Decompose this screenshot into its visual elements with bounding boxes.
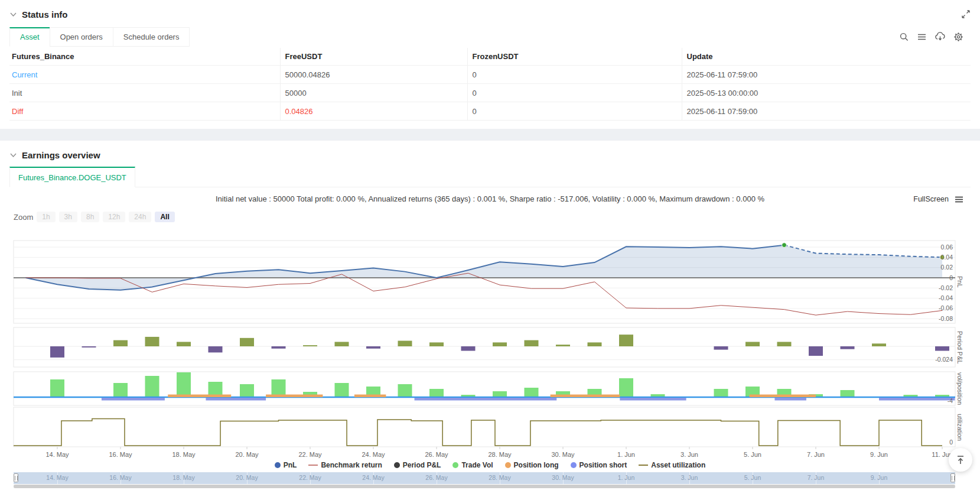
x-axis-label: 24. May	[362, 451, 385, 458]
navigator-date-label: 18. May	[172, 474, 194, 481]
asset-table-header-row: Futures_Binance FreeUSDT FrozenUSDT Upda…	[9, 48, 971, 66]
legend-item-pnl[interactable]: PnL	[275, 461, 297, 469]
legend-label: Benchmark return	[321, 461, 382, 469]
cell-update: 2025-05-13 00:00:00	[682, 84, 971, 102]
chart-scrollbar[interactable]	[14, 485, 955, 488]
period-pnl-bar	[588, 342, 602, 346]
legend-item-position-long[interactable]: Position long	[505, 461, 559, 469]
svg-text:0.04: 0.04	[941, 254, 953, 261]
svg-text:0: 0	[949, 274, 953, 281]
table-row-diff: Diff 0.04826 0 2025-06-11 07:59:00	[9, 102, 971, 121]
zoom-option-3h[interactable]: 3h	[59, 212, 77, 222]
position-short-segment	[206, 398, 266, 401]
panel-border	[14, 407, 955, 447]
period-p-l-marker	[394, 462, 400, 468]
navigator-date-label: 20. May	[236, 474, 258, 481]
position-short-segment	[774, 398, 806, 401]
x-axis-label: 7. Jun	[807, 451, 825, 458]
cell-update: 2025-06-11 07:59:00	[682, 102, 971, 121]
legend-label: PnL	[284, 461, 297, 469]
position-short-segment	[620, 398, 686, 401]
period-pnl-bar	[935, 346, 949, 351]
legend-item-period-p-l[interactable]: Period P&L	[394, 461, 441, 469]
trade-vol-bar	[714, 389, 728, 397]
period-pnl-bar	[209, 346, 223, 352]
legend-item-trade-vol[interactable]: Trade Vol	[452, 461, 493, 469]
tab-futures-binance-doge-usdt[interactable]: Futures_Binance.DOGE_USDT	[9, 167, 135, 187]
table-toolbar	[899, 32, 963, 42]
cell-free: 50000.04826	[280, 66, 467, 84]
navigator-right-handle[interactable]	[950, 473, 955, 482]
cell-free: 50000	[280, 84, 467, 102]
expand-icon[interactable]	[961, 9, 971, 19]
zoom-label: Zoom	[14, 213, 33, 222]
trade-vol-bar	[398, 384, 412, 397]
navigator-date-label: 26. May	[425, 474, 447, 481]
legend-item-asset-utilization[interactable]: Asset utilization	[639, 461, 705, 469]
legend-item-position-short[interactable]: Position short	[571, 461, 627, 469]
y-axis-title-period-p-l: Period P&L	[956, 327, 963, 367]
x-axis-label: 26. May	[425, 451, 448, 458]
x-axis-label: 22. May	[298, 451, 321, 458]
search-icon[interactable]	[899, 32, 909, 42]
gear-icon[interactable]	[953, 32, 963, 42]
trade-vol-bar	[841, 390, 855, 397]
tab-asset[interactable]: Asset	[9, 27, 50, 47]
legend-item-benchmark-return[interactable]: Benchmark return	[308, 461, 382, 469]
fullscreen-control[interactable]: FullScreen	[913, 195, 963, 203]
position-long-segment	[354, 395, 386, 398]
zoom-option-8h[interactable]: 8h	[81, 212, 99, 222]
period-pnl-bar	[493, 342, 507, 346]
svg-text:-4: -4	[948, 397, 953, 404]
period-pnl-bar	[272, 346, 286, 349]
navigator-date-label: 5. Jun	[744, 474, 761, 481]
arrow-up-to-line-icon	[955, 454, 966, 466]
trade-vol-bar	[335, 383, 349, 397]
period-pnl-bar	[335, 342, 349, 346]
column-header-account: Futures_Binance	[9, 48, 280, 66]
zoom-option-12h[interactable]: 12h	[103, 212, 125, 222]
zoom-option-24h[interactable]: 24h	[129, 212, 151, 222]
trade-vol-bar	[113, 383, 128, 397]
earnings-chart: 0.060.040.020-0.02-0.04-0.06-0.08-0.024-…	[9, 224, 971, 490]
period-pnl-bar	[50, 346, 64, 358]
trade-vol-bar	[429, 389, 444, 397]
collapse-chevron-icon[interactable]	[9, 151, 17, 159]
scrollbar-thumb[interactable]	[14, 485, 955, 488]
menu-icon[interactable]	[917, 32, 927, 42]
tab-schedule-orders[interactable]: Schedule orders	[113, 27, 190, 47]
svg-text:0.06: 0.06	[941, 243, 953, 251]
svg-text:-0.024: -0.024	[935, 356, 953, 363]
period-pnl-bar	[82, 346, 96, 348]
period-pnl-bar	[398, 341, 412, 346]
navigator-date-label: 30. May	[552, 474, 574, 481]
chart-plot-area: 0.060.040.020-0.02-0.04-0.06-0.08-0.024-…	[9, 224, 971, 490]
legend-label: Position short	[579, 461, 627, 469]
chart-subtitle-stats: Initial net value : 50000 Total profit: …	[9, 194, 971, 203]
tab-open-orders[interactable]: Open orders	[50, 27, 113, 47]
asset-table: Futures_Binance FreeUSDT FrozenUSDT Upda…	[9, 48, 971, 121]
navigator-left-handle[interactable]	[14, 473, 18, 482]
x-axis-label: 20. May	[235, 451, 258, 458]
back-to-top-button[interactable]	[949, 448, 972, 472]
cloud-download-icon[interactable]	[935, 32, 946, 42]
current-link[interactable]: Current	[9, 66, 280, 84]
x-axis-label: 1. Jun	[617, 451, 635, 458]
fullscreen-label[interactable]: FullScreen	[913, 195, 949, 203]
position-long-segment	[168, 395, 231, 398]
navigator-date-label: 14. May	[46, 474, 68, 481]
x-axis-label: 28. May	[488, 451, 511, 458]
zoom-option-all[interactable]: All	[155, 212, 174, 222]
chart-navigator[interactable]: 14. May16. May18. May20. May22. May24. M…	[14, 472, 955, 484]
status-tabs-row: AssetOpen ordersSchedule orders	[9, 27, 971, 47]
legend-label: Trade Vol	[461, 461, 493, 469]
x-axis-label: 16. May	[109, 451, 132, 458]
chart-context-menu-icon[interactable]	[955, 196, 963, 203]
zoom-option-1h[interactable]: 1h	[37, 212, 55, 222]
legend-label: Asset utilization	[651, 461, 705, 469]
collapse-chevron-icon[interactable]	[9, 11, 17, 18]
period-pnl-bar	[366, 346, 380, 349]
period-pnl-bar	[872, 343, 886, 346]
table-row-current: Current 50000.04826 0 2025-06-11 07:59:0…	[9, 66, 971, 84]
cell-frozen: 0	[467, 84, 682, 102]
